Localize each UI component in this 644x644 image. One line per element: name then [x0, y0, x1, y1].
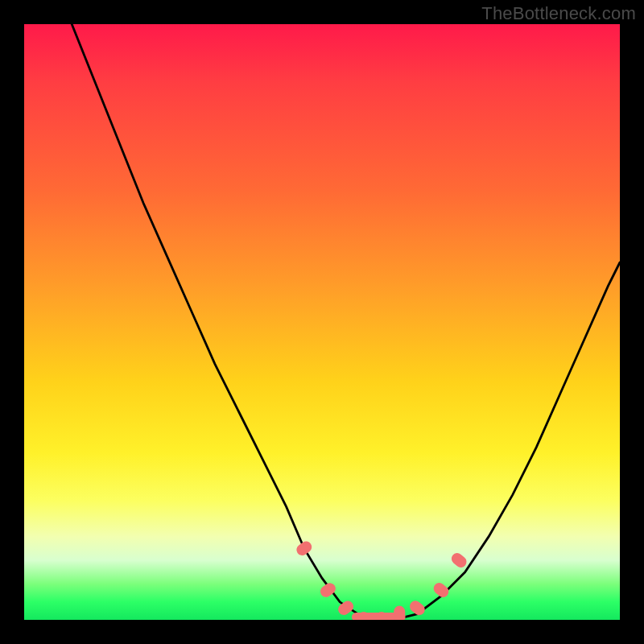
chart-frame: TheBottleneck.com: [0, 0, 644, 644]
curve-marker-5: [394, 606, 405, 620]
bottleneck-curve-svg: [24, 24, 620, 620]
curve-group: [72, 24, 620, 620]
curve-marker-7: [431, 580, 451, 600]
watermark-text: TheBottleneck.com: [481, 3, 636, 24]
chart-plot-area: [24, 24, 620, 620]
bottleneck-curve-path: [72, 24, 620, 620]
curve-marker-8: [449, 551, 469, 570]
markers-group: [295, 539, 469, 620]
curve-marker-0: [295, 539, 314, 558]
